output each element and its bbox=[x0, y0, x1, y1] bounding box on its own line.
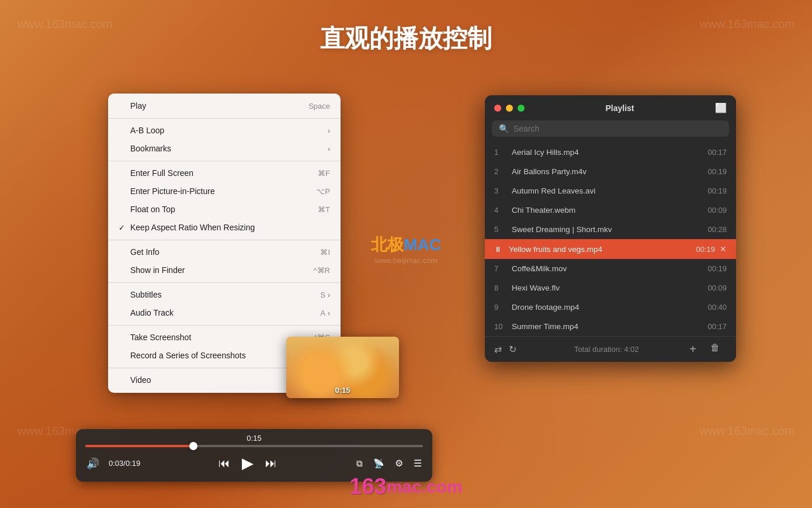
item-number: 5 bbox=[494, 225, 507, 234]
item-name: Sweet Dreaming | Short.mkv bbox=[512, 225, 703, 234]
settings-button[interactable]: ⚙ bbox=[394, 457, 404, 470]
progress-container: 0:15 bbox=[85, 434, 423, 447]
playlist-item[interactable]: 2 Air Ballons Party.m4v 00:19 bbox=[485, 162, 736, 181]
window-minimize-button[interactable] bbox=[506, 105, 513, 112]
delete-icon[interactable]: 🗑 bbox=[710, 343, 720, 356]
search-icon: 🔍 bbox=[499, 124, 509, 133]
item-name: Autumn Red Leaves.avi bbox=[512, 186, 703, 195]
playlist-item[interactable]: 1 Aerial Icy Hills.mp4 00:17 bbox=[485, 143, 736, 162]
arrow-icon: › bbox=[328, 308, 330, 319]
menu-label-play: Play bbox=[130, 100, 297, 112]
playlist-item[interactable]: 7 Coffe&Milk.mov 00:19 bbox=[485, 259, 736, 278]
menu-item-bookmarks[interactable]: Bookmarks › bbox=[108, 140, 341, 158]
menu-item-info[interactable]: Get Info ⌘I bbox=[108, 243, 341, 261]
item-number: 1 bbox=[494, 148, 507, 157]
playlist-item[interactable]: 9 Drone footage.mp4 00:40 bbox=[485, 298, 736, 317]
menu-label-ab-loop: A-B Loop bbox=[130, 125, 328, 137]
item-number: 7 bbox=[494, 264, 507, 273]
menu-item-aspect[interactable]: ✓ Keep Aspect Ratio When Resizing bbox=[108, 219, 341, 237]
skip-forward-button[interactable]: ⏭ bbox=[264, 455, 278, 471]
item-number: 2 bbox=[494, 167, 507, 176]
search-input[interactable] bbox=[513, 124, 722, 133]
menu-divider-4 bbox=[108, 282, 341, 283]
skip-back-button[interactable]: ⏮ bbox=[217, 455, 231, 471]
menu-label-subtitles: Subtitles bbox=[130, 289, 308, 301]
menu-item-audio-track[interactable]: Audio Track A › bbox=[108, 304, 341, 322]
item-duration: 00:40 bbox=[707, 303, 727, 312]
menu-shortcut-fullscreen: ⌘F bbox=[318, 168, 330, 179]
playlist-item[interactable]: 10 Summer Time.mp4 00:17 bbox=[485, 317, 736, 336]
thumbnail-time: 0:15 bbox=[335, 386, 350, 395]
item-number: 9 bbox=[494, 303, 507, 312]
playlist-view-icon[interactable]: ⬜ bbox=[715, 102, 727, 113]
progress-bar[interactable] bbox=[85, 445, 423, 447]
item-number: 8 bbox=[494, 284, 507, 292]
playlist-item[interactable]: ⏸ Yellow fruits and vegs.mp4 00:19 ✕ bbox=[485, 239, 736, 259]
item-duration: 00:19 bbox=[707, 186, 727, 195]
progress-thumb[interactable] bbox=[189, 442, 197, 450]
menu-item-fullscreen[interactable]: Enter Full Screen ⌘F bbox=[108, 164, 341, 182]
menu-divider-1 bbox=[108, 118, 341, 119]
item-number: 4 bbox=[494, 206, 507, 215]
menu-label-audio-track: Audio Track bbox=[130, 307, 308, 319]
item-number: 3 bbox=[494, 186, 507, 195]
item-name: Air Ballons Party.m4v bbox=[512, 167, 703, 176]
playlist-item[interactable]: 4 Chi Theater.webm 00:09 bbox=[485, 201, 736, 220]
menu-item-subtitles[interactable]: Subtitles S › bbox=[108, 286, 341, 304]
item-duration: 00:09 bbox=[707, 206, 727, 215]
playlist-window: Playlist ⬜ 🔍 1 Aerial Icy Hills.mp4 00:1… bbox=[485, 95, 736, 362]
menu-label-float: Float on Top bbox=[130, 203, 306, 216]
item-name: Chi Theater.webm bbox=[512, 206, 703, 215]
menu-divider-5 bbox=[108, 325, 341, 326]
thumbnail-popup: 0:15 bbox=[286, 337, 399, 398]
playlist-title: Playlist bbox=[525, 103, 715, 113]
add-icon[interactable]: + bbox=[689, 343, 696, 356]
playlist-item[interactable]: 5 Sweet Dreaming | Short.mkv 00:28 bbox=[485, 220, 736, 239]
window-close-button[interactable] bbox=[494, 105, 501, 112]
item-duration: 00:09 bbox=[707, 284, 727, 292]
progress-fill bbox=[85, 445, 193, 447]
airplay-button[interactable]: 📡 bbox=[372, 457, 386, 470]
item-name: Drone footage.mp4 bbox=[512, 303, 703, 312]
menu-label-info: Get Info bbox=[130, 246, 308, 258]
playlist-button[interactable]: ☰ bbox=[412, 457, 423, 470]
item-name: Summer Time.mp4 bbox=[512, 322, 703, 331]
repeat-icon[interactable]: ↻ bbox=[509, 344, 516, 355]
menu-shortcut-finder: ^⌘R bbox=[314, 265, 331, 277]
pip-button[interactable]: ⧉ bbox=[355, 457, 364, 470]
menu-item-float[interactable]: Float on Top ⌘T bbox=[108, 201, 341, 219]
menu-shortcut-info: ⌘I bbox=[320, 247, 330, 258]
playlist-item[interactable]: 8 Hexi Wave.flv 00:09 bbox=[485, 278, 736, 298]
menu-label-fullscreen: Enter Full Screen bbox=[130, 167, 306, 179]
item-duration: 00:17 bbox=[707, 322, 727, 331]
item-duration: 00:28 bbox=[707, 225, 727, 234]
playlist-search[interactable]: 🔍 bbox=[492, 120, 729, 137]
menu-shortcut-subtitles: S bbox=[320, 289, 325, 301]
playlist-items: 1 Aerial Icy Hills.mp4 00:17 2 Air Ballo… bbox=[485, 143, 736, 336]
menu-item-pip[interactable]: Enter Picture-in-Picture ⌥P bbox=[108, 182, 341, 201]
item-duration: 00:19 bbox=[696, 245, 715, 254]
pause-icon: ⏸ bbox=[494, 245, 502, 254]
menu-item-play[interactable]: Play Space bbox=[108, 97, 341, 115]
menu-divider-2 bbox=[108, 161, 341, 161]
menu-shortcut-float: ⌘T bbox=[318, 204, 330, 216]
arrow-icon: › bbox=[328, 290, 330, 300]
item-name: Yellow fruits and vegs.mp4 bbox=[509, 245, 691, 254]
menu-shortcut-play: Space bbox=[308, 101, 330, 112]
shuffle-icon[interactable]: ⇄ bbox=[494, 344, 502, 355]
item-duration: 00:19 bbox=[707, 264, 727, 273]
window-maximize-button[interactable] bbox=[518, 105, 525, 112]
play-button[interactable]: ▶ bbox=[241, 453, 255, 474]
item-close-icon[interactable]: ✕ bbox=[720, 244, 727, 254]
menu-item-finder[interactable]: Show in Finder ^⌘R bbox=[108, 261, 341, 279]
playlist-footer: ⇄ ↻ Total duration: 4:02 + 🗑 bbox=[485, 336, 736, 362]
bottom-brand: 163 mac.com bbox=[349, 474, 462, 499]
menu-label-pip: Enter Picture-in-Picture bbox=[130, 185, 304, 198]
volume-button[interactable]: 🔊 bbox=[85, 456, 100, 471]
item-duration: 00:19 bbox=[707, 167, 727, 176]
menu-item-ab-loop[interactable]: A-B Loop › bbox=[108, 122, 341, 140]
menu-label-screenshot: Take Screenshot bbox=[130, 331, 302, 344]
playlist-item[interactable]: 3 Autumn Red Leaves.avi 00:19 bbox=[485, 181, 736, 201]
item-name: Coffe&Milk.mov bbox=[512, 264, 703, 273]
menu-label-finder: Show in Finder bbox=[130, 264, 302, 277]
